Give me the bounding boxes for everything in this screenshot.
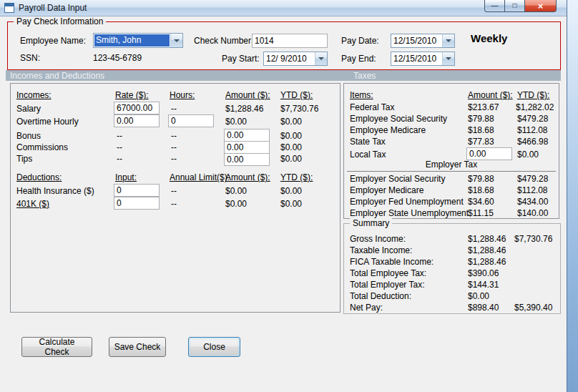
col-header-items: Items: [350,90,373,100]
tips-ytd: $0.00 [280,154,302,164]
chevron-down-icon [174,39,180,42]
employer-medicare-amount: $18.68 [468,185,494,195]
bonus-amount-input[interactable] [224,129,270,142]
col-header-hours: Hours: [170,90,195,100]
commissions-label: Commissions [16,142,68,152]
employee-name-label: Employee Name: [20,36,86,46]
pay-start-picker[interactable]: 12/ 9/2010 [263,52,328,66]
pay-date-value: 12/15/2010 [391,34,442,47]
state-tax-ytd: $466.98 [517,137,548,147]
minimize-button[interactable]: — [484,0,505,12]
taxable-income-label: Taxable Income: [350,245,412,255]
close-button[interactable]: Close [188,337,240,357]
tips-amount-input[interactable] [224,153,270,166]
window-controls: — □ × [484,0,557,12]
local-tax-label: Local Tax [350,150,386,160]
health-insurance-limit: -- [171,186,177,196]
chevron-down-icon [446,39,451,42]
commissions-amount-input[interactable] [224,141,270,154]
federal-tax-amount: $213.67 [468,102,499,112]
pay-end-picker[interactable]: 12/15/2010 [391,52,455,66]
federal-tax-label: Federal Tax [350,102,394,112]
pay-date-picker[interactable]: 12/15/2010 [391,34,455,48]
col-header-tax-amount: Amount ($): [468,90,513,100]
employee-ss-amount: $79.88 [468,114,494,124]
employer-medicare-label: Employer Medicare [350,185,423,195]
employer-fed-unemployment-ytd: $434.00 [517,197,548,207]
pay-date-label: Pay Date: [341,36,379,46]
gross-income-label: Gross Income: [350,234,406,244]
calculate-check-button[interactable]: Calculate Check [21,337,92,357]
employer-ss-label: Employer Social Security [350,174,445,184]
employer-tax-separator: Employer Tax [347,160,556,172]
window-title: Payroll Data Input [19,3,87,13]
title-bar[interactable]: Payroll Data Input — □ × [0,0,567,16]
commissions-rate: -- [117,142,122,152]
summary-group-label: Summary [350,218,392,228]
employee-medicare-label: Employee Medicare [350,125,426,135]
pay-end-label: Pay End: [341,54,376,64]
overtime-label: Overtime Hourly [16,117,79,127]
col-header-amount: Amount ($): [225,90,270,100]
federal-tax-ytd: $1,282.02 [516,102,554,112]
col-header-incomes: Incomes: [16,90,52,100]
employee-name-select[interactable]: Smith, John [93,33,183,48]
overtime-hours-input[interactable] [168,114,214,127]
employee-name-dropdown-button[interactable] [170,34,182,47]
employer-state-unemployment-amount: $11.15 [468,208,494,218]
bonus-label: Bonus [16,131,41,141]
salary-amount: $1,288.46 [225,104,263,114]
col-header-annual-limit: Annual Limit($): [170,172,230,182]
bonus-ytd: $0.00 [280,131,302,141]
app-icon [4,3,14,13]
maximize-button[interactable]: □ [505,0,524,12]
check-number-label: Check Number: [194,36,253,46]
employee-medicare-ytd: $112.08 [517,125,548,135]
check-number-input[interactable] [252,34,328,48]
incomes-deductions-panel: Incomes: Rate ($): Hours: Amount ($): YT… [10,83,341,313]
net-pay-ytd: $5,390.40 [514,303,552,313]
overtime-rate-input[interactable] [114,114,160,127]
pay-frequency-label: Weekly [471,34,507,44]
bonus-rate: -- [117,131,122,141]
k401-link[interactable]: 401K ($) [16,199,49,209]
maximize-icon: □ [512,2,516,9]
total-employer-tax-amount: $144.31 [468,280,499,290]
summary-group: Summary Gross Income: $1,288.46 $7,730.7… [343,223,561,314]
employer-ss-ytd: $479.28 [517,174,548,184]
salary-hours: -- [171,104,177,114]
fica-taxable-income-label: FICA Taxable Income: [350,257,434,267]
overtime-ytd: $0.00 [280,117,302,127]
total-employee-tax-amount: $390.06 [468,268,499,278]
close-window-button[interactable]: × [524,0,557,12]
local-tax-input[interactable] [466,147,512,160]
close-icon: × [538,1,544,11]
employer-fed-unemployment-label: Employer Fed Unemployment [350,197,464,207]
commissions-hours: -- [171,142,177,152]
pay-start-dropdown-button[interactable] [315,52,327,65]
chevron-down-icon [318,57,324,60]
k401-input[interactable] [114,197,160,210]
pay-date-dropdown-button[interactable] [442,34,454,47]
employer-state-unemployment-label: Employer State Unemployment [350,208,469,218]
pay-end-dropdown-button[interactable] [442,52,454,65]
pay-end-value: 12/15/2010 [391,52,442,65]
employee-ss-label: Employee Social Security [350,114,447,124]
save-check-button[interactable]: Save Check [109,337,166,357]
col-header-rate: Rate ($): [115,90,149,100]
employer-fed-unemployment-amount: $34.60 [468,197,494,207]
k401-amount: $0.00 [225,199,247,209]
taxes-panel: Items: Amount ($): YTD ($): Federal Tax … [343,83,559,219]
total-employee-tax-label: Total Employee Tax: [350,268,426,278]
salary-rate-input[interactable] [114,102,160,114]
k401-ytd: $0.00 [280,199,302,209]
col-header-ded-ytd: YTD ($): [280,172,313,182]
overtime-amount: $0.00 [225,117,247,127]
col-header-ded-amount: Amount ($): [225,172,270,182]
health-insurance-input[interactable] [114,184,160,197]
health-insurance-amount: $0.00 [225,186,247,196]
commissions-ytd: $0.00 [280,142,302,152]
employee-ss-ytd: $479.28 [517,114,548,124]
col-header-ytd: YTD ($): [280,90,313,100]
col-header-tax-ytd: YTD ($): [517,90,549,100]
